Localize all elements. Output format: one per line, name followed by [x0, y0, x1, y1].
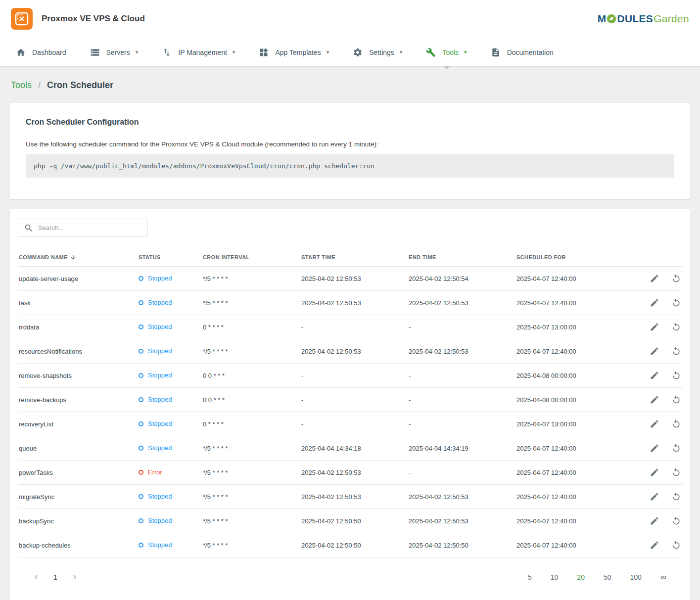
edit-pencil-icon[interactable]	[650, 467, 659, 477]
row-actions	[634, 419, 681, 429]
page-size-option[interactable]: 20	[577, 573, 585, 581]
nav-item-app-templates[interactable]: App Templates ▾	[247, 38, 341, 66]
row-actions	[634, 298, 681, 308]
column-header-end-time[interactable]: END TIME	[409, 254, 516, 260]
end-time-cell: 2025-04-02 12:50:53	[409, 299, 516, 307]
page-title: Proxmox VE VPS & Cloud	[42, 14, 145, 24]
nav-item-label: IP Management	[178, 48, 227, 56]
end-time-cell: 2025-04-02 12:50:53	[409, 517, 516, 525]
cron-interval-cell: 0 0 * * *	[203, 396, 301, 404]
main-nav: Dashboard Servers ▾ IP Management ▾ App …	[0, 38, 700, 67]
current-page-number[interactable]: 1	[53, 573, 57, 581]
run-replay-icon[interactable]	[671, 370, 681, 380]
status-cell: Stopped	[139, 420, 172, 427]
edit-pencil-icon[interactable]	[650, 516, 659, 526]
search-input[interactable]	[38, 224, 141, 231]
edit-pencil-icon[interactable]	[650, 346, 659, 356]
run-replay-icon[interactable]	[671, 395, 681, 405]
status-cell: Stopped	[139, 493, 172, 500]
column-header-scheduled-for[interactable]: SCHEDULED FOR	[516, 254, 634, 260]
run-replay-icon[interactable]	[671, 540, 681, 550]
modulesgarden-o-icon	[607, 14, 616, 24]
run-replay-icon[interactable]	[671, 274, 681, 283]
edit-pencil-icon[interactable]	[650, 443, 659, 453]
edit-pencil-icon[interactable]	[650, 419, 659, 429]
end-time-cell: 2025-04-04 14:34:19	[409, 445, 516, 452]
status-circle-icon	[139, 494, 143, 499]
run-replay-icon[interactable]	[671, 443, 681, 453]
run-replay-icon[interactable]	[671, 322, 681, 332]
row-actions	[634, 346, 681, 356]
status-label: Stopped	[148, 420, 172, 427]
chevron-left-icon[interactable]	[32, 573, 41, 582]
column-header-status[interactable]: STATUS	[139, 254, 203, 260]
cron-interval-cell: 0 * * * *	[203, 323, 301, 331]
chevron-down-icon: ▾	[327, 49, 329, 55]
row-actions	[634, 516, 681, 526]
edit-pencil-icon[interactable]	[650, 540, 659, 550]
breadcrumb-separator: /	[38, 80, 41, 90]
status-cell: Stopped	[139, 444, 172, 452]
column-header-start-time[interactable]: START TIME	[301, 254, 409, 260]
run-replay-icon[interactable]	[671, 492, 681, 502]
breadcrumb: Tools / Cron Scheduler	[0, 67, 700, 103]
column-header-label: START TIME	[301, 254, 335, 260]
active-tab-marker	[443, 66, 450, 69]
table-row: queue Stopped */5 * * * * 2025-04-04 14:…	[18, 436, 682, 461]
edit-pencil-icon[interactable]	[650, 492, 659, 502]
document-icon	[491, 47, 501, 57]
app-logo-icon	[11, 8, 33, 30]
run-replay-icon[interactable]	[671, 298, 681, 308]
page-size-option[interactable]: 50	[604, 573, 611, 581]
nav-item-ip-management[interactable]: IP Management ▾	[150, 38, 247, 66]
command-name-cell: remove-snapshots	[19, 372, 139, 379]
page-size-option[interactable]: 10	[551, 573, 559, 581]
nav-item-servers[interactable]: Servers ▾	[78, 38, 150, 66]
scheduled-for-cell: 2025-04-08 00:00:00	[516, 396, 634, 404]
table-row: rrddata Stopped 0 * * * * - - 2025-04-07…	[18, 315, 682, 339]
status-cell: Stopped	[139, 323, 172, 330]
config-card-title: Cron Scheduler Configuration	[26, 118, 674, 127]
cron-interval-cell: */5 * * * *	[203, 493, 301, 501]
page-size-option[interactable]: 5	[528, 573, 532, 581]
status-cell: Stopped	[139, 347, 172, 355]
edit-pencil-icon[interactable]	[650, 370, 659, 380]
page-size-option[interactable]: 100	[630, 573, 642, 581]
wrench-icon	[426, 47, 436, 57]
column-header-command-name[interactable]: COMMAND NAME	[19, 254, 139, 261]
status-cell: Stopped	[139, 396, 172, 403]
cron-table-body: update-server-usage Stopped */5 * * * * …	[18, 267, 682, 557]
cron-interval-cell: */5 * * * *	[203, 542, 301, 549]
page-size-option[interactable]: ∞	[660, 572, 666, 582]
nav-item-settings[interactable]: Settings ▾	[341, 38, 414, 66]
chevron-down-icon: ▾	[400, 49, 403, 55]
nav-item-documentation[interactable]: Documentation	[479, 38, 565, 66]
edit-pencil-icon[interactable]	[650, 298, 659, 308]
status-label: Stopped	[148, 371, 172, 379]
breadcrumb-tools-link[interactable]: Tools	[11, 80, 32, 90]
status-circle-icon	[139, 373, 143, 378]
edit-pencil-icon[interactable]	[650, 395, 659, 405]
nav-item-dashboard[interactable]: Dashboard	[4, 38, 78, 66]
chevron-down-icon: ▾	[136, 49, 139, 55]
start-time-cell: -	[301, 396, 409, 404]
status-circle-icon	[139, 518, 143, 523]
run-replay-icon[interactable]	[671, 516, 681, 526]
edit-pencil-icon[interactable]	[650, 274, 659, 283]
run-replay-icon[interactable]	[671, 419, 681, 429]
edit-pencil-icon[interactable]	[650, 322, 659, 332]
scheduled-for-cell: 2025-04-07 12:40:00	[516, 542, 634, 549]
end-time-cell: -	[409, 420, 516, 428]
row-actions	[634, 492, 681, 502]
status-label: Stopped	[148, 299, 172, 306]
page-size-options: 5102050100∞	[528, 572, 666, 582]
run-replay-icon[interactable]	[671, 346, 681, 356]
scheduled-for-cell: 2025-04-07 12:40:00	[516, 493, 634, 501]
run-replay-icon[interactable]	[671, 467, 681, 477]
search-icon	[24, 224, 33, 232]
column-header-cron-interval[interactable]: CRON INTERVAL	[203, 254, 301, 260]
chevron-right-icon[interactable]	[70, 573, 79, 582]
sort-descending-icon	[70, 254, 77, 261]
nav-item-tools[interactable]: Tools ▾	[414, 38, 478, 66]
cron-interval-cell: */5 * * * *	[203, 517, 301, 525]
